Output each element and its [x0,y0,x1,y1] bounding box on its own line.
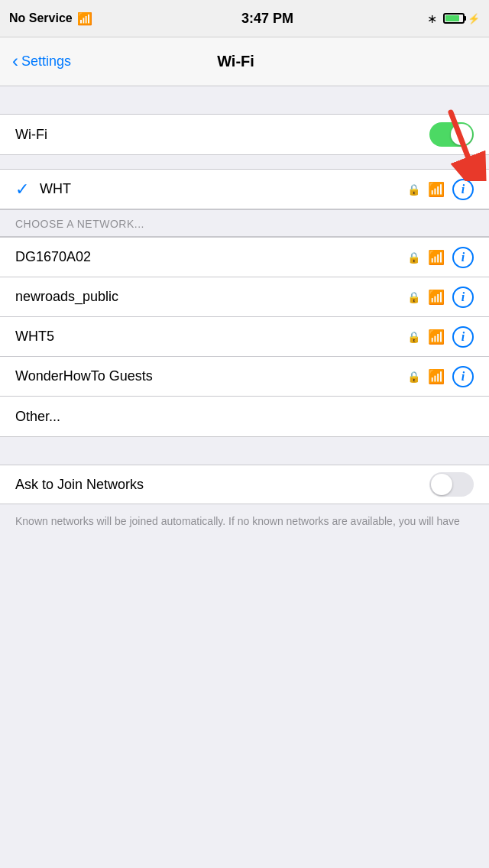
info-button-connected[interactable]: i [452,179,474,200]
wifi-signal-icon: 📶 [428,183,445,196]
network-row[interactable]: WonderHowTo Guests 🔒 📶 i [0,357,489,397]
status-right: ∗ ⚡ [388,11,480,26]
network-list-section: DG1670A02 🔒 📶 i newroads_public 🔒 📶 i WH… [0,237,489,437]
description-text: Known networks will be joined automatica… [0,504,489,539]
ask-to-join-row: Ask to Join Networks [0,465,489,504]
wifi-icon-3: 📶 [428,370,445,384]
network-name-0: DG1670A02 [15,249,407,265]
network-name-3: WonderHowTo Guests [15,368,407,384]
info-button-0[interactable]: i [452,247,474,268]
wifi-icon-2: 📶 [428,330,445,344]
status-time: 3:47 PM [147,11,388,27]
status-bar: No Service 📶 3:47 PM ∗ ⚡ [0,0,489,37]
status-left: No Service 📶 [9,11,147,26]
checkmark-icon: ✓ [15,180,29,199]
wifi-icon-1: 📶 [428,290,445,304]
wifi-toggle-section: Wi-Fi [0,114,489,155]
back-chevron-icon: ‹ [12,52,18,70]
info-icon: i [461,183,465,196]
wifi-toggle[interactable] [429,122,474,147]
top-spacer [0,86,489,114]
network-name-2: WHT5 [15,329,407,345]
network-icons-0: 🔒 📶 i [407,247,474,268]
carrier-text: No Service [9,11,73,25]
other-label: Other... [15,409,474,425]
other-row[interactable]: Other... [0,397,489,436]
connected-network-row[interactable]: ✓ WHT 🔒 📶 i [0,170,489,209]
ask-to-join-label: Ask to Join Networks [15,477,429,493]
info-button-1[interactable]: i [452,287,474,308]
connected-network-section: ✓ WHT 🔒 📶 i [0,169,489,210]
info-button-2[interactable]: i [452,326,474,348]
network-row[interactable]: newroads_public 🔒 📶 i [0,277,489,317]
nav-bar: ‹ Settings Wi-Fi [0,37,489,86]
lock-icon-2: 🔒 [407,331,420,343]
battery-fill [445,15,459,21]
toggle-knob [451,124,472,145]
back-button[interactable]: ‹ Settings [12,53,71,70]
network-list-header: CHOOSE A NETWORK... [0,210,489,237]
back-label: Settings [21,53,71,70]
network-icons-1: 🔒 📶 i [407,287,474,308]
battery-icon [443,13,465,24]
ask-to-join-toggle[interactable] [429,472,474,497]
connected-network-name: WHT [40,181,407,197]
lock-icon-1: 🔒 [407,291,420,303]
wifi-label: Wi-Fi [15,127,429,143]
network-row[interactable]: WHT5 🔒 📶 i [0,317,489,357]
network-name-1: newroads_public [15,289,407,305]
carrier-wifi-icon: 📶 [77,11,92,26]
lock-icon: 🔒 [407,183,420,196]
network-icons-3: 🔒 📶 i [407,366,474,387]
spacer-1 [0,155,489,169]
wifi-icon-0: 📶 [428,251,445,264]
lock-icon-0: 🔒 [407,251,420,264]
charge-icon: ⚡ [468,13,480,24]
info-button-3[interactable]: i [452,366,474,387]
lock-icon-3: 🔒 [407,371,420,383]
page-title: Wi-Fi [71,53,400,70]
battery-container: ⚡ [443,13,480,24]
bottom-section: Ask to Join Networks Known networks will… [0,465,489,539]
ask-toggle-knob [431,474,452,495]
bluetooth-icon: ∗ [427,11,437,26]
network-row[interactable]: DG1670A02 🔒 📶 i [0,238,489,277]
network-icons-2: 🔒 📶 i [407,326,474,348]
wifi-toggle-row: Wi-Fi [0,115,489,154]
connected-network-icons: 🔒 📶 i [407,179,474,200]
